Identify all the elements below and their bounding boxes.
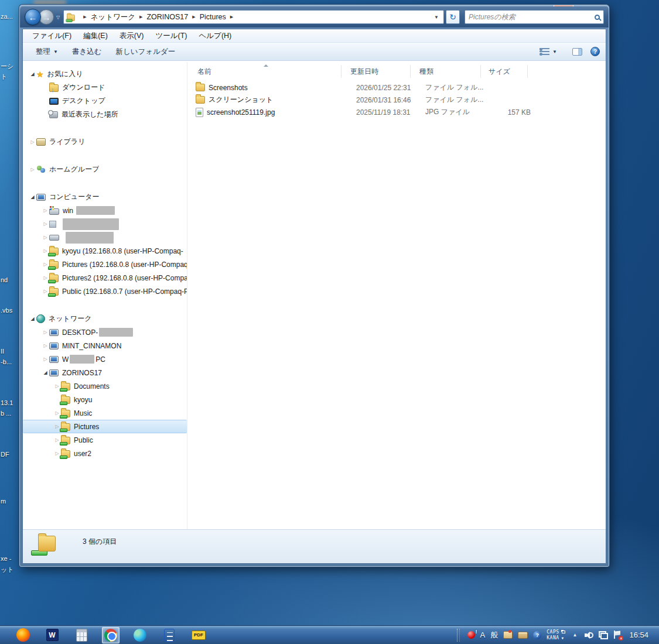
menu-edit[interactable]: 編集(E) bbox=[77, 29, 114, 43]
taskbar-word-button[interactable] bbox=[43, 627, 61, 643]
menu-tools[interactable]: ツール(T) bbox=[149, 29, 193, 43]
menu-view[interactable]: 表示(V) bbox=[114, 29, 150, 43]
sidebar-item-redacted-drive[interactable]: ▷ bbox=[23, 231, 187, 244]
expander-icon[interactable]: ◢ bbox=[29, 71, 36, 77]
menu-file[interactable]: ファイル(F) bbox=[26, 29, 77, 43]
sidebar-item-redacted-drive[interactable]: ▷ bbox=[23, 217, 187, 231]
sidebar-item-pictures-share[interactable]: ▷ Pictures (192.168.0.8 (user-HP-Compaq bbox=[23, 258, 187, 271]
desktop-icon-label[interactable]: DF bbox=[1, 451, 9, 458]
expander-icon[interactable]: ◢ bbox=[29, 194, 36, 200]
taskbar-grip[interactable] bbox=[457, 629, 460, 642]
sidebar-item-recent-places[interactable]: 最近表示した場所 bbox=[23, 108, 187, 121]
sidebar-item-pictures-selected[interactable]: ▷ Pictures bbox=[23, 420, 187, 433]
expander-icon[interactable]: ▷ bbox=[42, 343, 49, 348]
taskbar-clock[interactable]: 16:54 bbox=[627, 631, 653, 639]
column-header-size[interactable]: サイズ bbox=[489, 67, 510, 77]
sidebar-item-pictures2-share[interactable]: ▷ Pictures2 (192.168.0.8 (user-HP-Compa bbox=[23, 271, 187, 285]
column-header-name[interactable]: 名前 bbox=[197, 67, 211, 77]
sidebar-item-kyoyu-share[interactable]: ▷ kyoyu (192.168.0.8 (user-HP-Compaq- bbox=[23, 244, 187, 258]
ime-toolbox-icon[interactable] bbox=[518, 632, 528, 639]
sidebar-item-os-drive[interactable]: ▷ win bbox=[23, 204, 187, 217]
sidebar-item-music[interactable]: ▷ Music bbox=[23, 406, 187, 420]
ime-input-mode[interactable]: A bbox=[480, 631, 486, 639]
organize-button[interactable]: 整理▼ bbox=[29, 44, 65, 59]
ime-help-icon[interactable] bbox=[533, 631, 541, 639]
network-status-icon[interactable] bbox=[599, 631, 608, 639]
search-icon[interactable] bbox=[595, 15, 600, 20]
expander-icon[interactable]: ▷ bbox=[42, 221, 49, 227]
sidebar-item-desktop-pc[interactable]: ▷ DESKTOP- bbox=[23, 326, 187, 339]
action-center-flag-icon[interactable]: x bbox=[613, 631, 622, 639]
taskbar-firefox-button[interactable] bbox=[14, 627, 32, 643]
sidebar-item-libraries[interactable]: ▷ ライブラリ bbox=[23, 135, 187, 149]
new-folder-button[interactable]: 新しいフォルダー bbox=[109, 44, 183, 59]
show-hidden-icons-button[interactable]: ▲ bbox=[573, 632, 578, 638]
sidebar-item-zorinos17[interactable]: ◢ ZORINOS17 bbox=[23, 366, 187, 379]
desktop-icon-label[interactable]: b ... bbox=[1, 410, 11, 417]
taskbar-edge-button[interactable] bbox=[131, 627, 149, 643]
sidebar-item-computer[interactable]: ◢ コンピューター bbox=[23, 190, 187, 204]
desktop-icon-label[interactable]: m bbox=[1, 498, 6, 505]
taskbar-chrome-button-active[interactable] bbox=[102, 627, 119, 643]
desktop-icon-label[interactable]: .vbs bbox=[1, 307, 12, 314]
sidebar-item-user2[interactable]: ▷ user2 bbox=[23, 447, 187, 460]
help-button[interactable] bbox=[590, 47, 600, 56]
column-divider[interactable] bbox=[410, 65, 411, 78]
sidebar-item-favorites[interactable]: ◢ ★ お気に入り bbox=[23, 67, 187, 81]
desktop-icon-label[interactable]: xe - bbox=[1, 555, 11, 562]
column-header-date[interactable]: 更新日時 bbox=[350, 67, 378, 77]
burn-button[interactable]: 書き込む bbox=[65, 44, 109, 59]
expander-icon[interactable]: ◢ bbox=[42, 370, 49, 375]
sidebar-item-homegroup[interactable]: ▷ ホームグループ bbox=[23, 163, 187, 176]
file-row-screenshot-jp[interactable]: スクリーンショット 2026/01/31 16:46 ファイル フォル... bbox=[193, 94, 606, 106]
sidebar-item-network[interactable]: ◢ ネットワーク bbox=[23, 312, 187, 326]
taskbar-pdf-button[interactable]: PDF bbox=[190, 627, 207, 643]
breadcrumb-network[interactable]: ネットワーク bbox=[91, 12, 135, 22]
desktop-icon-label[interactable]: II bbox=[1, 348, 4, 355]
column-divider[interactable] bbox=[527, 65, 528, 78]
breadcrumb[interactable]: ▶ ネットワーク ▶ ZORINOS17 ▶ Pictures ▶ ▼ bbox=[63, 10, 444, 24]
caps-kana-indicator[interactable]: CAPS KANA▼ bbox=[547, 629, 565, 641]
desktop-icon-label[interactable]: nd bbox=[1, 276, 8, 283]
sidebar-item-public-share[interactable]: ▷ Public (192.168.0.7 (user-HP-Compaq-P bbox=[23, 285, 187, 298]
refresh-button[interactable]: ↻ bbox=[446, 10, 460, 24]
menu-help[interactable]: ヘルプ(H) bbox=[193, 29, 238, 43]
column-header-type[interactable]: 種類 bbox=[419, 67, 433, 77]
preview-pane-button[interactable] bbox=[572, 48, 582, 56]
sidebar-item-public[interactable]: ▷ Public bbox=[23, 433, 187, 447]
expander-icon[interactable]: ▷ bbox=[42, 357, 49, 362]
expander-icon[interactable]: ▷ bbox=[42, 208, 49, 213]
taskbar-calculator-button[interactable] bbox=[73, 627, 90, 643]
expander-icon[interactable]: ▷ bbox=[42, 235, 49, 240]
sidebar-item-documents[interactable]: ▷ Documents bbox=[23, 379, 187, 393]
volume-icon[interactable] bbox=[585, 631, 593, 639]
search-input[interactable] bbox=[469, 13, 595, 21]
breadcrumb-pictures[interactable]: Pictures bbox=[200, 13, 226, 21]
desktop-icon-label[interactable]: ーシ bbox=[1, 62, 13, 71]
views-button[interactable]: ▼ bbox=[532, 46, 564, 58]
desktop-icon-label[interactable]: 13.1 bbox=[1, 399, 13, 406]
desktop-icon-label[interactable]: za... bbox=[1, 13, 13, 20]
sidebar-item-downloads[interactable]: ダウンロード bbox=[23, 81, 187, 94]
recent-pages-dropdown-icon[interactable]: ▽ bbox=[56, 15, 60, 20]
desktop-icon-label[interactable]: ット bbox=[1, 566, 14, 574]
back-button[interactable]: ← bbox=[25, 9, 41, 25]
expander-icon[interactable]: ◢ bbox=[29, 316, 36, 321]
expander-icon[interactable]: ▷ bbox=[29, 167, 36, 172]
desktop-icon-label[interactable]: -b... bbox=[1, 358, 12, 365]
column-divider[interactable] bbox=[341, 65, 342, 78]
ime-conversion-mode[interactable]: 般 bbox=[490, 630, 498, 640]
sidebar-item-desktop[interactable]: デスクトップ bbox=[23, 94, 187, 108]
breadcrumb-zorinos17[interactable]: ZORINOS17 bbox=[146, 13, 188, 21]
file-row-jpg[interactable]: screenshot251119.jpg 2025/11/19 18:31 JP… bbox=[193, 106, 606, 118]
expander-icon[interactable]: ▷ bbox=[42, 330, 49, 335]
sidebar-item-kyoyu[interactable]: kyoyu bbox=[23, 393, 187, 406]
ime-pad-icon[interactable] bbox=[503, 631, 513, 639]
sidebar-item-w-pc[interactable]: ▷ W PC bbox=[23, 352, 187, 366]
sidebar-item-mint-cinnamon[interactable]: ▷ MINT_CINNAMON bbox=[23, 339, 187, 352]
desktop-icon-label[interactable]: ト bbox=[1, 73, 7, 81]
taskbar-docs-button[interactable] bbox=[161, 627, 178, 643]
column-divider[interactable] bbox=[480, 65, 481, 78]
file-row-screenshots[interactable]: Screenshots 2026/01/25 22:31 ファイル フォル... bbox=[193, 81, 606, 94]
expander-icon[interactable]: ▷ bbox=[29, 139, 36, 145]
